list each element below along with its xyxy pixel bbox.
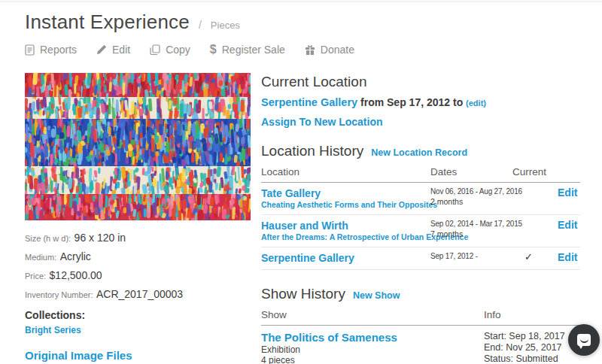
show-table-header-row: Show Info bbox=[261, 305, 580, 326]
size-value: 96 x 120 in bbox=[74, 232, 126, 244]
current-location-heading: Current Location bbox=[261, 73, 580, 90]
show-pieces-count: 4 pieces bbox=[261, 355, 484, 364]
gift-icon bbox=[305, 44, 315, 55]
column-header-location: Location bbox=[261, 166, 430, 177]
collections-heading: Collections: bbox=[25, 308, 251, 322]
column-header-show: Show bbox=[261, 309, 484, 320]
location-show-panel: Current Location Serpentine Gallery from… bbox=[261, 73, 580, 364]
new-show-link[interactable]: New Show bbox=[353, 290, 400, 301]
location-history-header: Location History New Location Record bbox=[261, 142, 580, 159]
column-header-info: Info bbox=[484, 309, 580, 320]
show-history-heading: Show History bbox=[261, 285, 345, 302]
copy-button[interactable]: Copy bbox=[150, 44, 190, 56]
location-link[interactable]: Tate Gallery bbox=[261, 187, 321, 199]
duration-text: 2 months bbox=[430, 197, 512, 207]
location-row-serpentine-gallery: Serpentine Gallery Sep 17, 2012 - ✓ Edit bbox=[261, 247, 580, 270]
show-row-politics-of-sameness: The Politics of Sameness Exhibition 4 pi… bbox=[261, 326, 580, 364]
donate-label: Donate bbox=[321, 44, 354, 56]
inventory-number-field: Inventory Number: ACR_2017_00003 bbox=[25, 287, 251, 302]
dates-cell: Sep 02, 2014 - Mar 17, 2015 7 months bbox=[430, 219, 512, 239]
dollar-icon: $ bbox=[210, 44, 217, 55]
reports-label: Reports bbox=[40, 44, 77, 56]
piece-summary-panel: Size (h w d): 96 x 120 in Medium: Acryli… bbox=[25, 73, 251, 362]
collection-link-bright-series[interactable]: Bright Series bbox=[25, 325, 81, 335]
pencil-icon bbox=[96, 44, 107, 55]
location-link[interactable]: Hauser and Wirth bbox=[261, 220, 348, 232]
location-row-tate-gallery: Tate Gallery Cheating Aesthetic Forms an… bbox=[261, 183, 580, 215]
info-cell: Start: Sep 18, 2017 End: Nov 25, 2017 St… bbox=[484, 331, 580, 364]
location-cell: Serpentine Gallery bbox=[261, 251, 430, 265]
location-row-hauser-and-wirth: Hauser and Wirth After the Dreams: A Ret… bbox=[261, 215, 580, 247]
intercom-chat-button[interactable] bbox=[568, 324, 600, 356]
page-header: Instant Experience / Pieces bbox=[25, 11, 240, 34]
current-location-gallery-link[interactable]: Serpentine Gallery bbox=[261, 96, 357, 108]
artwork-image[interactable] bbox=[25, 73, 251, 220]
column-header-dates: Dates bbox=[430, 166, 512, 177]
show-status: Status: Submitted bbox=[484, 353, 580, 364]
size-field: Size (h w d): 96 x 120 in bbox=[25, 231, 251, 245]
current-location-date-range: from Sep 17, 2012 to bbox=[360, 96, 463, 108]
inventory-number-value: ACR_2017_00003 bbox=[96, 288, 183, 300]
edit-location-link[interactable]: Edit bbox=[558, 187, 580, 199]
current-location-line: Serpentine Gallery from Sep 17, 2012 to … bbox=[261, 96, 580, 110]
show-history-header: Show History New Show bbox=[261, 285, 580, 302]
location-history-table: Location Dates Current Tate Gallery Chea… bbox=[261, 162, 580, 270]
show-title-link[interactable]: The Politics of Sameness bbox=[261, 331, 397, 344]
show-history-table: Show Info The Politics of Sameness Exhib… bbox=[261, 305, 580, 364]
dates-cell: Sep 17, 2012 - bbox=[430, 251, 512, 262]
current-location-edit-link[interactable]: (edit) bbox=[466, 99, 486, 108]
page-root: { "colors": { "link_blue": "#1e97d0", "t… bbox=[0, 0, 602, 364]
piece-details: Size (h w d): 96 x 120 in Medium: Acryli… bbox=[25, 231, 251, 302]
location-cell: Tate Gallery Cheating Aesthetic Forms an… bbox=[261, 187, 430, 210]
page-title: Instant Experience bbox=[25, 11, 190, 34]
copy-label: Copy bbox=[166, 44, 190, 56]
price-value: $12,500.00 bbox=[50, 269, 102, 281]
edit-location-link[interactable]: Edit bbox=[558, 219, 580, 231]
duration-text: 7 months bbox=[430, 229, 512, 239]
dates-range-text: Sep 02, 2014 - Mar 17, 2015 bbox=[430, 219, 512, 229]
new-location-record-link[interactable]: New Location Record bbox=[371, 147, 467, 158]
dates-range-text: Nov 06, 2016 - Aug 27, 2016 bbox=[430, 187, 512, 197]
show-start-date: Start: Sep 18, 2017 bbox=[484, 331, 580, 342]
dates-cell: Nov 06, 2016 - Aug 27, 2016 2 months bbox=[430, 187, 512, 207]
inventory-number-label: Inventory Number: bbox=[25, 290, 93, 299]
toolbar: Reports Edit Copy $ Register Sale Donat bbox=[25, 44, 354, 56]
location-table-header-row: Location Dates Current bbox=[261, 162, 580, 183]
show-cell: The Politics of Sameness Exhibition 4 pi… bbox=[261, 331, 484, 364]
show-type: Exhibition bbox=[261, 344, 484, 355]
column-header-current: Current bbox=[512, 166, 558, 177]
dates-range-text: Sep 17, 2012 - bbox=[430, 251, 512, 262]
register-sale-label: Register Sale bbox=[222, 44, 285, 56]
breadcrumb-separator: / bbox=[199, 19, 202, 31]
chat-bubble-icon bbox=[577, 334, 591, 346]
edit-button[interactable]: Edit bbox=[96, 44, 130, 56]
column-header-edit bbox=[558, 166, 580, 177]
copy-icon bbox=[150, 44, 160, 56]
size-label: Size (h w d): bbox=[25, 234, 71, 243]
breadcrumb-pieces[interactable]: Pieces bbox=[211, 20, 240, 31]
location-history-heading: Location History bbox=[261, 142, 363, 159]
location-show-sublink[interactable]: Cheating Aesthetic Forms and Their Oppos… bbox=[261, 200, 430, 210]
edit-location-link[interactable]: Edit bbox=[558, 251, 580, 263]
location-link[interactable]: Serpentine Gallery bbox=[261, 252, 354, 264]
top-border bbox=[0, 0, 602, 2]
report-icon bbox=[25, 44, 35, 56]
assign-new-location-link[interactable]: Assign To New Location bbox=[261, 116, 383, 128]
price-label: Price: bbox=[25, 271, 46, 281]
donate-button[interactable]: Donate bbox=[305, 44, 354, 56]
medium-field: Medium: Acrylic bbox=[25, 250, 251, 264]
current-checkmark: ✓ bbox=[512, 251, 558, 262]
medium-label: Medium: bbox=[25, 253, 56, 262]
price-field: Price: $12,500.00 bbox=[25, 268, 251, 283]
location-cell: Hauser and Wirth After the Dreams: A Ret… bbox=[261, 219, 430, 242]
original-image-files-link[interactable]: Original Image Files bbox=[25, 349, 132, 362]
edit-label: Edit bbox=[112, 44, 130, 56]
location-show-sublink[interactable]: After the Dreams: A Retrospective of Urb… bbox=[261, 232, 430, 242]
reports-button[interactable]: Reports bbox=[25, 44, 77, 56]
show-end-date: End: Nov 25, 2017 bbox=[484, 342, 580, 353]
register-sale-button[interactable]: $ Register Sale bbox=[210, 44, 285, 56]
medium-value: Acrylic bbox=[60, 250, 91, 262]
